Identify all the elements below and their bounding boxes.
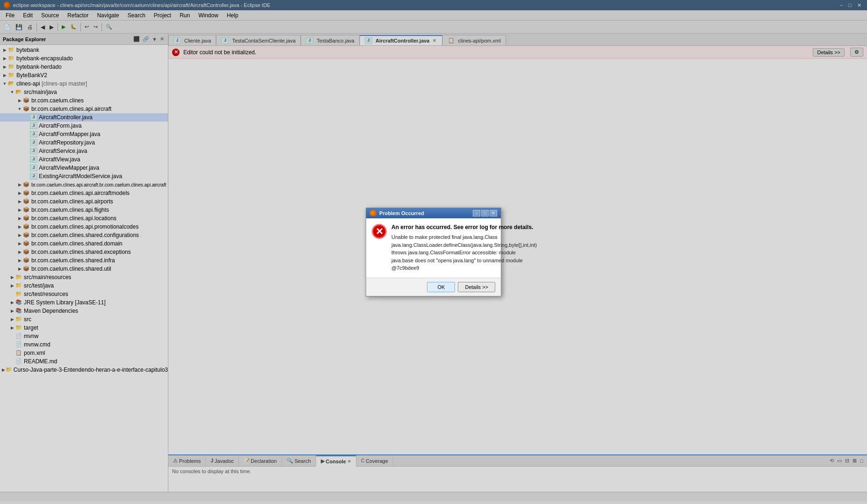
- modal-overlay: Problem Occurred − □ ✕ ✕ An error has oc…: [0, 0, 867, 504]
- modal-title-controls: − □ ✕: [473, 210, 497, 216]
- dialog-details: Unable to make protected final java.lang…: [391, 233, 537, 272]
- problem-dialog: Problem Occurred − □ ✕ ✕ An error has oc…: [366, 208, 501, 296]
- dialog-ok-button[interactable]: OK: [427, 282, 455, 292]
- dialog-headline: An error has occurred. See error log for…: [391, 224, 537, 230]
- modal-body: ✕ An error has occurred. See error log f…: [366, 218, 501, 278]
- modal-text: An error has occurred. See error log for…: [391, 224, 537, 272]
- modal-title-bar: Problem Occurred − □ ✕: [366, 208, 501, 218]
- dialog-details-button[interactable]: Details >>: [458, 282, 495, 292]
- dialog-maximize-button[interactable]: □: [481, 210, 489, 216]
- dialog-close-button[interactable]: ✕: [490, 210, 497, 216]
- modal-footer: OK Details >>: [366, 278, 501, 296]
- eclipse-logo-dialog-icon: [370, 210, 376, 216]
- dialog-minimize-button[interactable]: −: [473, 210, 480, 216]
- modal-title-left: Problem Occurred: [370, 210, 424, 216]
- dialog-title: Problem Occurred: [379, 210, 424, 216]
- dialog-error-icon: ✕: [372, 224, 387, 239]
